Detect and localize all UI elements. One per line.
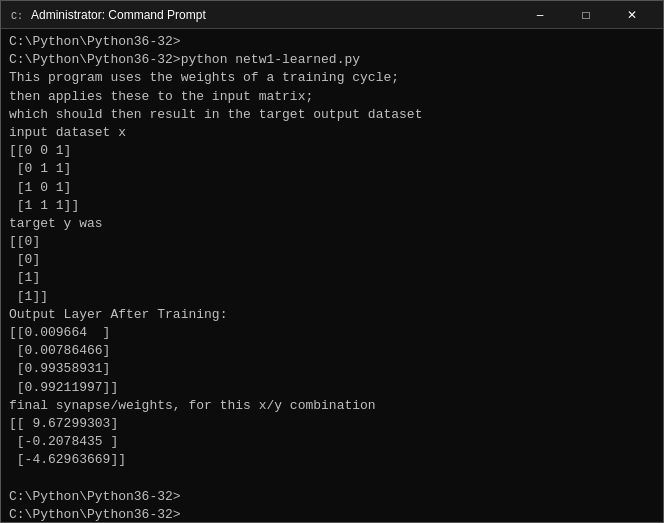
title-bar: C: Administrator: Command Prompt – □ ✕	[1, 1, 663, 29]
command-prompt-window: C: Administrator: Command Prompt – □ ✕ C…	[0, 0, 664, 523]
maximize-button[interactable]: □	[563, 1, 609, 29]
title-bar-text: Administrator: Command Prompt	[31, 8, 517, 22]
title-bar-controls: – □ ✕	[517, 1, 655, 29]
console-text: C:\Python\Python36-32> C:\Python\Python3…	[9, 33, 655, 522]
close-button[interactable]: ✕	[609, 1, 655, 29]
console-output[interactable]: C:\Python\Python36-32> C:\Python\Python3…	[1, 29, 663, 522]
cmd-icon: C:	[9, 7, 25, 23]
minimize-button[interactable]: –	[517, 1, 563, 29]
svg-text:C:: C:	[11, 11, 23, 22]
